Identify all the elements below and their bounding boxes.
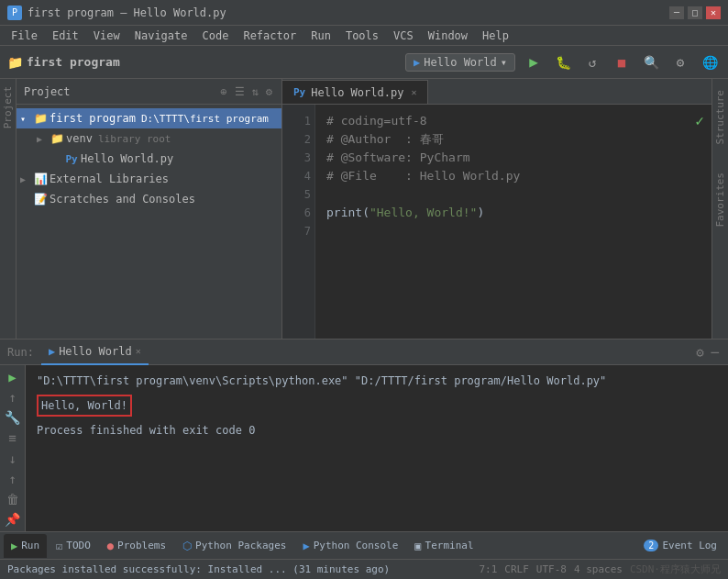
debug-button[interactable]: 🐛 <box>552 51 574 73</box>
main-content: Project Project ⊕ ☰ ⇅ ⚙ ▾ 📁 first progra… <box>0 79 728 339</box>
status-charset[interactable]: UTF-8 <box>536 563 567 575</box>
tab-python-console[interactable]: ▶ Python Console <box>295 534 405 558</box>
menu-file[interactable]: File <box>4 28 45 44</box>
menu-code[interactable]: Code <box>195 28 237 44</box>
settings-button[interactable]: ⚙ <box>669 51 691 73</box>
menu-refactor[interactable]: Refactor <box>236 28 303 44</box>
status-line-col[interactable]: 7:1 <box>479 563 497 575</box>
menu-edit[interactable]: Edit <box>45 28 86 44</box>
search-button[interactable]: 🔍 <box>640 51 662 73</box>
status-main-message: Packages installed successfully: Install… <box>7 563 390 575</box>
editor-content: 1 2 3 4 5 6 7 # coding=utf-8 # @Author :… <box>282 105 711 339</box>
run-tab-hello-world[interactable]: ▶ Hello World ✕ <box>41 340 149 365</box>
run-hello-world-output: Hello, World! <box>37 395 132 417</box>
scroll-to-icon[interactable]: ☰ <box>233 84 247 100</box>
run-config-selector[interactable]: ▶ Hello World ▾ <box>405 53 515 72</box>
tree-item-scratches[interactable]: ▶ 📝 Scratches and Consoles <box>17 189 281 209</box>
run-tab-icon-bottom: ▶ <box>11 540 17 552</box>
maximize-button[interactable]: □ <box>688 6 702 19</box>
project-panel-title: Project <box>24 85 215 98</box>
rerun-button[interactable]: ↺ <box>581 51 603 73</box>
structure-label: Structure <box>714 90 726 145</box>
line-numbers: 1 2 3 4 5 6 7 <box>282 105 315 339</box>
close-button[interactable]: ✕ <box>706 6 721 19</box>
menu-window[interactable]: Window <box>421 28 475 44</box>
code-editor[interactable]: # coding=utf-8 # @Author : 春哥 # @Softwar… <box>315 105 711 339</box>
run-down-btn[interactable]: ↓ <box>3 451 23 467</box>
run-list-btn[interactable]: ≡ <box>3 429 23 446</box>
tab-problems[interactable]: ● Problems <box>100 534 173 558</box>
menu-navigate[interactable]: Navigate <box>127 28 195 44</box>
run-exit-message: Process finished with exit code 0 <box>37 422 717 439</box>
tree-label-path-first-program: D:\TTTT\first program <box>141 113 269 125</box>
tree-item-external-libraries[interactable]: ▶ 📊 External Libraries <box>17 169 281 189</box>
project-panel: Project ⊕ ☰ ⇅ ⚙ ▾ 📁 first program D:\TTT… <box>17 79 282 339</box>
code-line-3: # @Software: PyCharm <box>326 149 700 167</box>
stop-button[interactable]: ■ <box>611 51 633 73</box>
tab-close-button[interactable]: ✕ <box>411 87 416 97</box>
update-button[interactable]: 🌐 <box>699 51 721 73</box>
run-left-toolbar: ▶ ↑ 🔧 ≡ ↓ ↑ 🗑 📌 <box>0 365 26 531</box>
expand-all-icon[interactable]: ⇅ <box>250 84 260 100</box>
tree-arrow-scratches: ▶ <box>20 195 31 205</box>
run-button[interactable]: ▶ <box>523 51 545 73</box>
tab-todo[interactable]: ☑ TODO <box>49 534 98 558</box>
window-title: first program – Hello World.py <box>28 6 669 19</box>
run-pin-btn[interactable]: 📌 <box>3 511 23 528</box>
tab-terminal[interactable]: ▣ Terminal <box>407 534 480 558</box>
toolbar-project-name: first program <box>27 55 120 69</box>
run-scroll-top-btn[interactable]: ↑ <box>3 389 23 406</box>
packages-tab-label: Python Packages <box>195 540 286 551</box>
menu-tools[interactable]: Tools <box>338 28 386 44</box>
status-bar: Packages installed successfully: Install… <box>0 559 728 579</box>
run-delete-btn[interactable]: 🗑 <box>3 491 23 507</box>
project-tree: ▾ 📁 first program D:\TTTT\first program … <box>17 105 281 339</box>
run-panel-minimize-icon[interactable]: ─ <box>710 343 721 362</box>
code-line-5 <box>326 185 700 204</box>
folder-icon-venv: 📁 <box>50 131 64 146</box>
bottom-tabs: ▶ Run ☑ TODO ● Problems ⬡ Python Package… <box>0 531 728 559</box>
run-up2-btn[interactable]: ↑ <box>3 471 23 487</box>
project-settings-icon[interactable]: ⚙ <box>264 84 274 100</box>
run-panel-settings-icon[interactable]: ⚙ <box>694 343 705 362</box>
tree-item-first-program[interactable]: ▾ 📁 first program D:\TTTT\first program <box>17 108 281 128</box>
status-indent[interactable]: 4 spaces <box>574 563 623 575</box>
menu-view[interactable]: View <box>86 28 127 44</box>
editor-tab-hello-world[interactable]: Py Hello World.py ✕ <box>282 80 428 104</box>
menu-bar: File Edit View Navigate Code Refactor Ru… <box>0 26 728 46</box>
todo-icon: ☑ <box>56 540 62 552</box>
run-play-btn[interactable]: ▶ <box>3 369 23 385</box>
code-line-7 <box>326 222 700 240</box>
tree-arrow-venv: ▶ <box>37 134 48 144</box>
run-tab-close[interactable]: ✕ <box>136 346 141 356</box>
tree-item-venv[interactable]: ▶ 📁 venv library root <box>17 128 281 149</box>
tab-event-log[interactable]: 2 Event Log <box>636 534 724 558</box>
menu-run[interactable]: Run <box>303 28 338 44</box>
tree-label-venv-sublabel: library root <box>98 133 171 145</box>
run-panel-body: ▶ ↑ 🔧 ≡ ↓ ↑ 🗑 📌 "D:\TTTT\first program\v… <box>0 365 728 531</box>
tab-python-packages[interactable]: ⬡ Python Packages <box>175 534 293 558</box>
problems-icon: ● <box>107 540 114 552</box>
tree-arrow-space: ▶ <box>51 154 62 164</box>
tab-run[interactable]: ▶ Run <box>4 534 47 558</box>
editor-tabs: Py Hello World.py ✕ <box>282 79 711 105</box>
folder-icon-first-program: 📁 <box>33 111 48 126</box>
menu-help[interactable]: Help <box>475 28 516 44</box>
tab-label: Hello World.py <box>311 86 403 99</box>
title-bar: P first program – Hello World.py ─ □ ✕ <box>0 0 728 26</box>
editor-check-icon: ✓ <box>695 112 704 130</box>
locate-file-icon[interactable]: ⊕ <box>218 84 228 100</box>
tree-item-hello-world-py[interactable]: ▶ Py Hello World.py <box>17 149 281 169</box>
status-crlf[interactable]: CRLF <box>504 563 529 575</box>
run-wrench-btn[interactable]: 🔧 <box>3 409 23 426</box>
toolbar-project: 📁 first program <box>7 55 120 70</box>
ext-lib-icon: 📊 <box>33 172 48 186</box>
run-label: Run: <box>7 346 34 359</box>
window-controls: ─ □ ✕ <box>669 6 721 19</box>
problems-tab-label: Problems <box>117 540 166 551</box>
menu-vcs[interactable]: VCS <box>386 28 421 44</box>
tree-arrow-first-program: ▾ <box>20 114 31 124</box>
tree-label-hello-world-py: Hello World.py <box>81 152 173 165</box>
minimize-button[interactable]: ─ <box>669 6 684 19</box>
tab-python-icon: Py <box>293 86 305 98</box>
